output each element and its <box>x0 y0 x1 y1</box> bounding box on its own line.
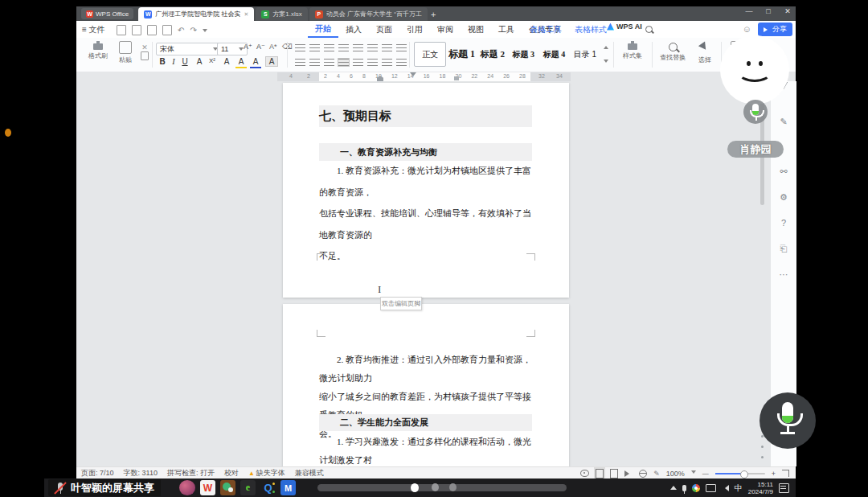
format-painter-button[interactable]: 格式刷 <box>84 41 112 60</box>
style-item[interactable]: 目录 1 <box>570 42 600 67</box>
style-item[interactable]: 标题 2 <box>477 42 508 67</box>
doc-tab-writer[interactable]: W 广州理工学院智电学院 社会实 ✕ <box>138 7 254 21</box>
bold-button[interactable]: B <box>157 57 168 66</box>
context-tab[interactable]: 表格工具 <box>523 21 568 38</box>
display-tray-icon[interactable] <box>706 484 716 492</box>
font-name-select[interactable]: 宋体 <box>156 43 222 55</box>
style-item[interactable]: 标题 3 <box>508 42 538 67</box>
font-color-a-button[interactable]: A <box>194 57 205 66</box>
text-effects-button[interactable]: A* <box>269 43 277 51</box>
browser-e-taskbar-icon[interactable]: e <box>240 480 256 495</box>
zoom-slider-knob[interactable] <box>740 470 748 479</box>
microphone-button[interactable] <box>760 392 816 449</box>
new-tab-button[interactable]: + <box>431 10 436 19</box>
document-page-2[interactable]: 2. 教育均衡推进：通过引入外部教育力量和资源，微光计划助力缩小了城乡之间的教育… <box>283 304 569 466</box>
superscript-button[interactable]: X² <box>207 57 218 64</box>
align-left-icon[interactable] <box>295 59 305 66</box>
zoom-in-button[interactable]: + <box>772 470 776 478</box>
help-icon[interactable]: ? <box>771 218 796 228</box>
web-view-icon[interactable] <box>639 470 647 478</box>
edit-pen-icon[interactable]: ✎ <box>653 470 660 478</box>
notification-center-icon[interactable] <box>779 483 789 493</box>
pen-icon[interactable]: ✎ <box>771 117 796 127</box>
input-language[interactable]: 中 <box>735 483 743 494</box>
gallery-down-icon[interactable] <box>604 60 608 65</box>
zoom-slider[interactable] <box>715 473 765 474</box>
gallery-up-icon[interactable] <box>604 43 608 49</box>
tray-clock[interactable]: 15:11 2024/7/9 <box>748 481 773 495</box>
share-button[interactable]: 分享 <box>758 23 792 36</box>
fullscreen-icon[interactable] <box>782 470 789 477</box>
read-mode-icon[interactable] <box>624 470 633 477</box>
scroll-page-buttons[interactable] <box>761 435 764 458</box>
search-icon[interactable] <box>645 26 653 33</box>
compat-mode[interactable]: 兼容模式 <box>295 468 324 479</box>
indent-icon[interactable] <box>338 44 349 51</box>
browser-tray-icon[interactable] <box>692 484 700 492</box>
doc-tab-sheet[interactable]: S 方案1.xlsx <box>256 7 307 21</box>
distribute-icon[interactable] <box>353 59 363 66</box>
char-border-button[interactable]: A <box>266 57 277 66</box>
more-icon[interactable]: ⋯ <box>771 269 796 280</box>
missing-font-warning[interactable]: ▲缺失字体 <box>248 468 285 479</box>
first-line-indent-marker[interactable] <box>410 72 416 80</box>
fruit-app-icon[interactable] <box>179 480 195 495</box>
wechat-taskbar-icon[interactable] <box>220 480 235 495</box>
doc-tab-ppt[interactable]: P 动员会 广东青年大学生 “百千万工 <box>309 7 428 21</box>
export-pdf-icon[interactable] <box>162 25 172 35</box>
save-icon[interactable] <box>117 25 126 35</box>
cut-icon[interactable]: ✕ <box>141 43 148 51</box>
speaker-icon[interactable] <box>722 485 729 491</box>
sort-icon[interactable] <box>367 44 378 51</box>
wps-home-button[interactable]: W WPS Office <box>81 8 133 19</box>
outline-view-icon[interactable] <box>610 469 618 479</box>
style-item[interactable]: 标题 4 <box>538 42 569 67</box>
text-direction-icon[interactable] <box>353 44 363 51</box>
char-shading-button[interactable]: A <box>221 57 232 66</box>
style-set-button[interactable]: 样式集 <box>616 41 649 60</box>
document-area[interactable]: 七、预期目标 一、教育资源补充与均衡 1. 教育资源补充：微光计划为村镇地区提供… <box>76 81 770 466</box>
menu-tab[interactable]: 工具 <box>491 22 522 37</box>
taskbar-page-indicator[interactable] <box>317 484 567 491</box>
undo-icon[interactable]: ↶ <box>178 27 184 35</box>
wps-taskbar-icon[interactable]: W <box>200 480 215 495</box>
underline-button[interactable]: U <box>179 57 190 66</box>
wps-ai-button[interactable]: WPS AI <box>600 23 649 31</box>
menu-tab[interactable]: 审阅 <box>430 22 461 37</box>
tab-close-icon[interactable]: ✕ <box>244 11 248 18</box>
outdent-icon[interactable] <box>324 44 334 51</box>
theme-smiley-icon[interactable]: ☺ <box>743 25 751 34</box>
proofread-button[interactable]: 校对 <box>224 468 239 479</box>
char-scale-icon[interactable] <box>396 44 407 51</box>
borders-icon[interactable] <box>396 59 407 66</box>
zoom-level[interactable]: 100% <box>666 470 685 478</box>
font-color-button[interactable]: A <box>250 57 261 68</box>
style-item[interactable]: 标题 1 <box>446 42 477 67</box>
bullet-list-icon[interactable] <box>295 44 305 51</box>
justify-icon[interactable] <box>338 59 349 66</box>
close-button[interactable]: ✕ <box>783 7 792 15</box>
menu-tab[interactable]: 页面 <box>369 22 399 37</box>
link-icon[interactable]: ⚯ <box>771 166 796 177</box>
menu-tab[interactable]: 开始 <box>308 21 338 38</box>
menu-tab[interactable]: 插入 <box>338 22 369 37</box>
shrink-font-button[interactable]: A⁻ <box>256 43 265 51</box>
horizontal-ruler[interactable]: 42 246810121416182022242628 3234 <box>76 72 796 81</box>
q-app-taskbar-icon[interactable]: Q <box>260 480 276 495</box>
style-item[interactable]: 正文 <box>414 42 446 67</box>
page-dot[interactable] <box>449 483 457 491</box>
zoom-out-button[interactable]: — <box>702 470 709 477</box>
find-replace-button[interactable]: 查找替换 <box>655 41 690 62</box>
page-dot[interactable] <box>432 483 439 491</box>
m-app-taskbar-icon[interactable]: M <box>280 480 296 495</box>
spellcheck-status[interactable]: 拼写检查: 打开 <box>167 468 215 479</box>
restore-button[interactable]: □ <box>764 7 773 15</box>
tray-mic-icon[interactable] <box>682 485 686 491</box>
print-icon[interactable] <box>132 25 141 35</box>
tab-stop-marker[interactable] <box>454 76 459 80</box>
grow-font-button[interactable]: A⁺ <box>244 43 252 51</box>
word-count[interactable]: 字数: 3110 <box>124 468 158 479</box>
italic-button[interactable]: I <box>168 57 179 66</box>
file-menu[interactable]: ≡ 文件 <box>82 24 105 35</box>
align-right-icon[interactable] <box>324 59 334 66</box>
